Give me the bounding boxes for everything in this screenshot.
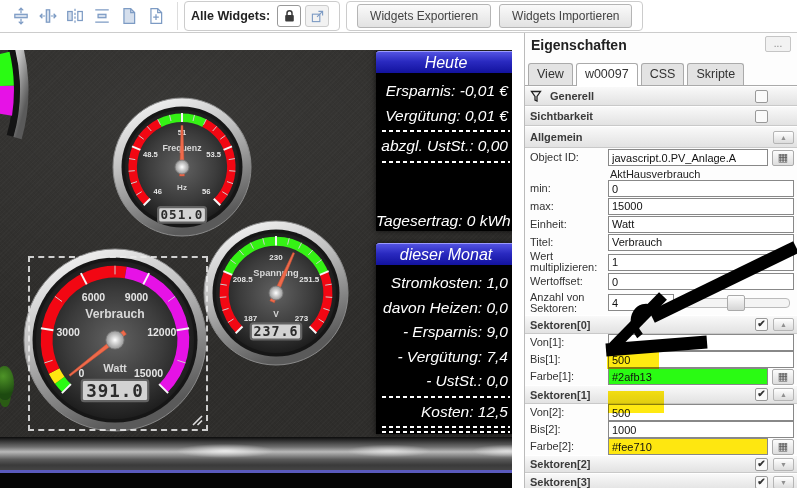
panel-line: Tagesertrag: 0 kWh bbox=[376, 209, 512, 234]
dieser-monat-panel[interactable]: dieser Monat Stromkosten: 1,0davon Heize… bbox=[376, 243, 512, 434]
field-label: Bis[1]: bbox=[530, 354, 608, 365]
svg-text:Hz: Hz bbox=[177, 183, 187, 192]
align-center-icon[interactable] bbox=[39, 7, 57, 25]
lock-icon bbox=[283, 9, 296, 23]
expand-button[interactable]: ▼ bbox=[773, 458, 794, 471]
frequenz-gauge[interactable]: 4648.55153.556FrequenzHz051.0 bbox=[113, 98, 251, 236]
svg-text:187: 187 bbox=[244, 314, 258, 323]
input-min-[interactable] bbox=[608, 180, 794, 197]
properties-rows: GenerellSichtbarkeitAllgemein▲Object ID:… bbox=[525, 86, 797, 488]
input-titel-[interactable] bbox=[608, 234, 794, 251]
external-link-icon bbox=[311, 10, 324, 23]
svg-text:051.0: 051.0 bbox=[161, 207, 204, 222]
field-label: Farbe[2]: bbox=[530, 441, 608, 452]
flip-horizontal-icon[interactable] bbox=[66, 7, 84, 25]
panel-line: Ersparnis: -0,01 € bbox=[376, 79, 512, 104]
field-row-von-2-: Von[2]: bbox=[525, 404, 797, 421]
vis-editor: Alle Widgets: Widgets Exportieren Widget… bbox=[0, 0, 797, 488]
input-bis-2-[interactable] bbox=[608, 421, 794, 438]
input-max-[interactable] bbox=[608, 198, 794, 215]
input-von-2-[interactable] bbox=[608, 404, 794, 421]
select-dialog-button[interactable]: ▦ bbox=[772, 369, 794, 385]
expand-button[interactable]: ▼ bbox=[773, 476, 794, 488]
input-von-1-[interactable] bbox=[608, 334, 794, 351]
vis-canvas[interactable]: 4648.55153.556FrequenzHz051.0187208.5230… bbox=[0, 50, 512, 488]
collapse-button[interactable]: ▲ bbox=[773, 318, 794, 331]
toolbar: Alle Widgets: Widgets Exportieren Widget… bbox=[0, 0, 797, 33]
dashed-separator bbox=[382, 396, 510, 398]
input-bis-1-[interactable] bbox=[608, 351, 794, 368]
input-einheit-[interactable] bbox=[608, 216, 794, 233]
section-label: Sektoren[0] bbox=[530, 319, 591, 331]
checkbox[interactable]: ✔ bbox=[755, 318, 768, 331]
distribute-vertical-icon[interactable] bbox=[93, 7, 111, 25]
section-generell[interactable]: Generell bbox=[525, 86, 797, 106]
checkbox[interactable]: ✔ bbox=[755, 388, 768, 401]
select-dialog-button[interactable]: ▦ bbox=[772, 150, 794, 166]
panel-body: Stromkosten: 1,0davon Heizen: 0,0- Erspa… bbox=[376, 265, 512, 433]
field-row-einheit-: Einheit: bbox=[525, 215, 797, 233]
spannung-gauge[interactable]: 187208.5230251.5273SpannungV237.6 bbox=[204, 221, 348, 365]
dashed-separator bbox=[382, 161, 510, 163]
lock-widgets-button[interactable] bbox=[277, 5, 301, 27]
svg-text:208.5: 208.5 bbox=[233, 275, 254, 284]
input-wert-multiplizieren-[interactable] bbox=[608, 254, 794, 271]
svg-text:56: 56 bbox=[202, 187, 210, 196]
open-external-button[interactable] bbox=[305, 5, 329, 27]
checkbox[interactable]: ✔ bbox=[755, 458, 768, 471]
field-row-object-id-: Object ID:▦ bbox=[525, 148, 797, 167]
heute-panel[interactable]: Heute Ersparnis: -0,01 €Vergütung: 0,01 … bbox=[376, 51, 512, 231]
resize-handle-icon[interactable] bbox=[191, 414, 204, 427]
section-sektoren-1-[interactable]: Sektoren[1]✔▲ bbox=[525, 385, 797, 404]
section-sektoren-0-[interactable]: Sektoren[0]✔▲ bbox=[525, 315, 797, 334]
panel-title: Heute bbox=[376, 51, 512, 73]
section-sichtbarkeit[interactable]: Sichtbarkeit bbox=[525, 106, 797, 126]
svg-text:230: 230 bbox=[269, 253, 283, 262]
panel-line: - Vergütung: 7,4 bbox=[376, 345, 512, 370]
tab-view[interactable]: View bbox=[528, 63, 573, 85]
panel-line: - UstSt.: 0,0 bbox=[376, 369, 512, 394]
field-label: min: bbox=[530, 183, 608, 194]
paste-icon[interactable] bbox=[120, 7, 138, 25]
input-object-id-[interactable] bbox=[608, 149, 768, 166]
checkbox[interactable]: ✔ bbox=[755, 476, 768, 488]
clipped-gauge[interactable] bbox=[0, 50, 24, 240]
svg-text:237.6: 237.6 bbox=[253, 324, 298, 339]
section-label: Sektoren[1] bbox=[530, 389, 591, 401]
tab-w00097[interactable]: w00097 bbox=[576, 63, 638, 86]
widgets-export-button[interactable]: Widgets Exportieren bbox=[357, 4, 491, 28]
input-wertoffset-[interactable] bbox=[608, 273, 794, 290]
slider-thumb[interactable] bbox=[727, 295, 745, 311]
tab-css[interactable]: CSS bbox=[641, 63, 685, 85]
paste-special-icon[interactable] bbox=[147, 7, 165, 25]
widgets-import-button[interactable]: Widgets Importieren bbox=[499, 4, 632, 28]
svg-text:Spannung: Spannung bbox=[253, 268, 299, 278]
select-dialog-button[interactable]: ▦ bbox=[772, 439, 794, 455]
input-farbe-1-[interactable] bbox=[608, 368, 768, 385]
section-sektoren-2-[interactable]: Sektoren[2]✔▼ bbox=[525, 455, 797, 473]
input-farbe-2-[interactable] bbox=[608, 438, 768, 455]
input-anzahl-von-sektoren-[interactable] bbox=[608, 294, 674, 311]
filter-icon bbox=[530, 90, 542, 102]
panel-line: abzgl. UstSt.: 0,00 bbox=[376, 134, 512, 159]
field-label: Object ID: bbox=[530, 152, 608, 163]
checkbox[interactable] bbox=[755, 110, 768, 123]
field-label: Farbe[1]: bbox=[530, 371, 608, 382]
menu-button[interactable]: ... bbox=[765, 36, 791, 52]
collapse-button[interactable]: ▲ bbox=[773, 388, 794, 401]
widgets-io-group: Widgets Exportieren Widgets Importieren bbox=[346, 1, 643, 31]
section-sektoren-3-[interactable]: Sektoren[3]✔▼ bbox=[525, 473, 797, 488]
panel-line: Kosten: 12,5 bbox=[376, 400, 512, 425]
field-label: Wertoffset: bbox=[530, 276, 608, 287]
sectors-slider[interactable] bbox=[684, 298, 790, 308]
collapse-button[interactable]: ▲ bbox=[773, 131, 794, 144]
all-widgets-group: Alle Widgets: bbox=[184, 1, 340, 31]
object-id-subline: AktHausverbrauch bbox=[525, 167, 797, 180]
properties-header: Eigenschaften ... bbox=[525, 33, 797, 61]
tab-skripte[interactable]: Skripte bbox=[687, 63, 744, 85]
svg-text:251.5: 251.5 bbox=[299, 275, 320, 284]
align-middle-icon[interactable] bbox=[12, 7, 30, 25]
checkbox[interactable] bbox=[755, 90, 768, 103]
section-allgemein[interactable]: Allgemein▲ bbox=[525, 126, 797, 148]
field-row-max-: max: bbox=[525, 197, 797, 215]
